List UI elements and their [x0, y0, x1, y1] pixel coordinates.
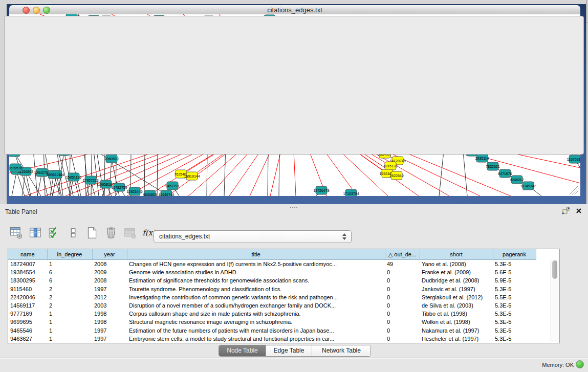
graph-node-label: 11675317 — [567, 158, 580, 161]
create-table-icon[interactable] — [85, 226, 99, 240]
graph-node[interactable]: 2935114 — [475, 154, 489, 162]
dropdown-arrows-icon — [342, 233, 346, 240]
graph-node[interactable]: 2060520 — [104, 155, 118, 163]
graph-node-label: 5905124 — [47, 173, 60, 177]
graph-node[interactable]: 16782759 — [111, 183, 127, 191]
graph-node-label: 9635809 — [143, 193, 157, 196]
canvas-resize-grip[interactable] — [570, 186, 578, 194]
table-row[interactable]: 2242004622012Investigating the contribut… — [8, 293, 536, 301]
graph-node[interactable]: 9639570 — [9, 164, 23, 172]
graph-node-label: 9245012 — [510, 178, 524, 182]
column-header-year[interactable]: year — [92, 249, 127, 260]
graph-node[interactable]: 15051135 — [66, 173, 82, 181]
close-panel-icon[interactable] — [576, 208, 582, 214]
graph-node[interactable]: 14645744 — [158, 190, 174, 196]
column-header-title[interactable]: title — [127, 249, 385, 260]
table-row[interactable]: 1938455462009Genome-wide association stu… — [8, 268, 536, 276]
graph-node-label: 17957223 — [82, 179, 98, 182]
graph-node-label: 2522540 — [389, 174, 403, 178]
table-row[interactable]: 977716911998Corpus callosum shape and si… — [8, 310, 536, 318]
table-type-tabs: Node Table Edge Table Network Table — [219, 345, 371, 357]
cytoscape-screen: citations_edges.txt 18724007866012389129… — [0, 0, 588, 372]
column-header-short[interactable]: short — [420, 249, 493, 260]
delete-table-icon[interactable] — [104, 226, 118, 240]
graph-node-label: 8471676 — [498, 172, 512, 176]
toggle-rows-icon[interactable] — [66, 226, 80, 240]
graph-node-label: 7832621 — [486, 165, 499, 168]
window-title: citations_edges.txt — [9, 6, 580, 14]
table-panel-body — [4, 16, 584, 155]
graph-node-label: 15051135 — [66, 176, 82, 179]
scrollbar-thumb[interactable] — [552, 260, 557, 279]
graph-node[interactable]: 16919144 — [184, 172, 200, 180]
table-toolbar: f(x) — [9, 225, 161, 241]
graph-node[interactable]: 17103794 — [343, 189, 359, 196]
graph-node-label: 9639570 — [9, 166, 23, 170]
memory-status-label: Memory: OK — [542, 362, 574, 368]
tab-node-table[interactable]: Node Table — [219, 345, 266, 356]
graph-node-label: 10749342 — [520, 184, 536, 188]
import-table-icon — [123, 226, 137, 240]
float-panel-icon[interactable] — [562, 207, 570, 214]
table-selector-dropdown[interactable]: citations_edges.txt — [154, 230, 352, 243]
table-row[interactable]: 946554611997Estimation of the future num… — [8, 326, 536, 335]
graph-node[interactable]: 9457791 — [165, 182, 179, 190]
column-header-pagerank[interactable]: pagerank — [493, 249, 536, 260]
table-row[interactable]: 1456911722003Disruption of a novel membe… — [8, 301, 536, 310]
right-window-edge — [586, 0, 588, 204]
table-row[interactable]: 969969511998Structural magnetic resonanc… — [8, 318, 536, 326]
graph-node[interactable]: 17957223 — [82, 176, 98, 184]
tab-edge-table[interactable]: Edge Table — [266, 345, 312, 356]
table-settings-icon[interactable] — [9, 226, 24, 240]
graph-node-label: 1815132 — [383, 164, 397, 168]
graph-edge — [109, 159, 112, 196]
graph-node[interactable]: 2522540 — [389, 171, 403, 180]
graph-node[interactable]: 10749342 — [520, 182, 536, 190]
column-header-in_degree[interactable]: in_degree — [47, 249, 92, 260]
graph-node[interactable]: 8471676 — [498, 169, 512, 178]
column-header-name[interactable]: name — [8, 249, 47, 260]
tab-network-table[interactable]: Network Table — [312, 345, 371, 356]
graph-node-label: 17103794 — [343, 192, 359, 195]
table-row[interactable]: 911546021997Tourette syndrome. Phenomeno… — [8, 285, 536, 293]
memory-status-indicator[interactable] — [576, 360, 584, 368]
graph-node-label: 14645744 — [158, 193, 174, 196]
select-column-icon[interactable] — [28, 226, 42, 240]
graph-node-label: 13726478 — [313, 189, 329, 192]
table-selector-value: citations_edges.txt — [159, 233, 210, 240]
graph-node-label: 2935114 — [475, 157, 489, 160]
panel-resize-grip[interactable] — [290, 202, 298, 205]
graph-node-label: 9457791 — [165, 184, 179, 188]
status-divider — [0, 358, 588, 358]
graph-node[interactable]: 12923446 — [126, 187, 142, 195]
graph-node[interactable]: 13726478 — [313, 186, 329, 194]
node-table[interactable]: namein_degreeyeartitle△ out_de...shortpa… — [8, 249, 560, 343]
table-row[interactable]: 1872400712008Changes of HCN gene express… — [8, 260, 536, 269]
table-panel-title: Table Panel — [5, 208, 37, 215]
graph-node[interactable]: 1815132 — [383, 162, 397, 170]
graph-node-label: 16919144 — [184, 174, 200, 178]
network-window-titlebar[interactable]: citations_edges.txt — [9, 5, 580, 15]
graph-node[interactable]: 9245012 — [510, 176, 524, 184]
graph-node-label: 2060520 — [104, 157, 118, 161]
graph-node-label: 16782759 — [111, 186, 127, 189]
column-header-out_de[interactable]: △ out_de... — [385, 249, 420, 260]
graph-node-label: 12923446 — [126, 190, 142, 193]
graph-node[interactable]: 7832621 — [486, 162, 499, 170]
select-rows-icon[interactable] — [47, 226, 61, 240]
graph-node[interactable]: 9635809 — [143, 190, 157, 196]
graph-node[interactable]: 11675317 — [567, 155, 580, 163]
table-row[interactable]: 946362711997Embryonic stem cells: a mode… — [8, 335, 536, 343]
table-scrollbar[interactable] — [551, 259, 559, 342]
table-row[interactable]: 1830029562008Estimation of significance … — [8, 276, 536, 285]
graph-node[interactable]: 5905124 — [47, 170, 60, 179]
